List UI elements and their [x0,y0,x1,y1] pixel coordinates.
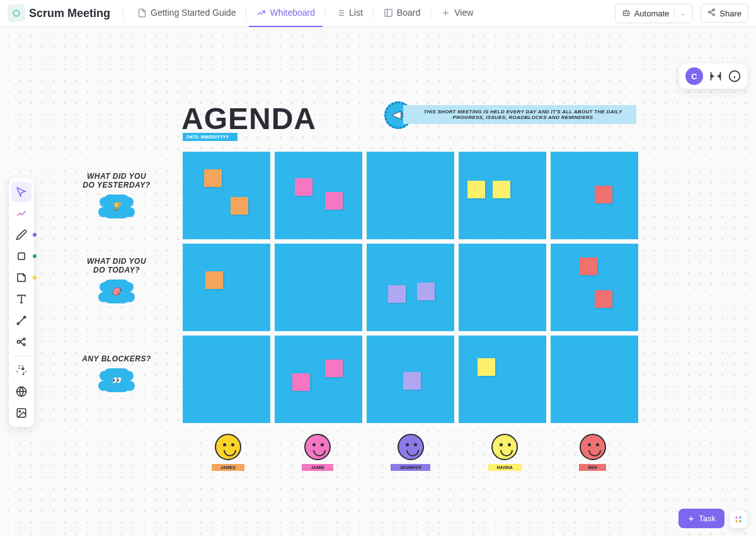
divider [373,7,374,20]
space-icon[interactable] [8,4,25,22]
divider [430,7,431,20]
share-icon [707,8,716,18]
tool-pen[interactable] [11,225,32,245]
sticky-note[interactable] [388,285,406,303]
svg-point-47 [739,516,742,519]
grid-cell[interactable] [183,152,270,239]
new-task-button[interactable]: Task [679,509,724,528]
plus-icon [441,8,450,18]
grid-cell[interactable] [551,244,638,331]
tool-mindmap[interactable] [11,332,32,352]
sticky-note[interactable] [325,192,343,210]
canvas-controls: C [679,64,747,89]
person[interactable]: BEN [579,434,606,471]
task-label: Task [699,514,716,523]
tool-ai[interactable] [11,203,32,223]
sticky-note[interactable] [467,181,485,198]
svg-line-18 [711,13,713,14]
person-name: BEN [579,464,606,471]
svg-point-27 [17,341,20,344]
person-face [304,434,331,460]
grid-cell[interactable] [183,336,270,423]
divider [123,7,123,20]
grid-cell[interactable] [551,152,638,239]
person-face [215,434,241,460]
grid-cell[interactable] [367,152,454,239]
person[interactable]: HANNA [488,434,522,471]
sticky-note[interactable] [231,197,248,215]
grid-cell[interactable] [183,244,270,331]
agenda-date[interactable]: DATE: MM/DD/YYYY [183,133,238,141]
scrum-grid [183,152,638,423]
person-face [491,434,518,460]
share-button[interactable]: Share [701,4,748,23]
tool-web[interactable] [11,382,32,402]
grid-cell[interactable] [367,336,454,423]
automate-button[interactable]: Automate [615,4,694,23]
whiteboard-canvas[interactable]: C AGENDA DATE: MM/DD/YYYY THIS SHORT MEE… [0,27,756,537]
sticky-note[interactable] [403,372,421,390]
agenda-description[interactable]: THIS SHORT MEETING IS HELD EVERY DAY AND… [403,105,636,124]
sticky-note[interactable] [205,271,223,289]
svg-point-16 [709,11,711,13]
tab-board[interactable]: Board [376,0,428,27]
whiteboard-icon [256,8,266,18]
list-icon [336,8,345,18]
grid-cell[interactable] [275,244,362,331]
row-label-today[interactable]: WHAT DID YOU DO TODAY? 🎯 [69,257,164,303]
tool-sticky[interactable] [11,268,32,288]
person[interactable]: JAMES [212,434,244,471]
tab-getting-started[interactable]: Getting Started Guide [130,0,243,27]
tool-image[interactable] [11,403,32,423]
agenda-title[interactable]: AGENDA [181,101,316,136]
tool-magic[interactable] [11,360,32,380]
grid-cell[interactable] [459,336,546,423]
tool-select[interactable] [11,182,32,202]
fit-width-icon[interactable] [709,70,722,82]
sticky-note[interactable] [204,169,222,187]
apps-button[interactable] [730,511,747,528]
grid-cell[interactable] [367,244,454,331]
grid-cell[interactable] [459,244,546,331]
sticky-note[interactable] [595,186,612,203]
sticky-note[interactable] [493,181,510,198]
person[interactable]: JENNIFER [391,434,430,471]
svg-point-0 [13,10,19,16]
automate-label: Automate [634,9,670,18]
row-label-yesterday[interactable]: WHAT DID YOU DO YESTERDAY? 🏆 [69,172,164,218]
svg-point-32 [22,368,24,370]
person-face [580,434,606,460]
grid-cell[interactable] [275,152,362,239]
trophy-icon: 🏆 [103,195,130,218]
tab-list[interactable]: List [328,0,370,27]
tool-shape[interactable] [11,246,32,266]
grid-cell[interactable] [275,336,362,423]
page-title[interactable]: Scrum Meeting [29,7,110,20]
doc-icon [137,8,147,18]
row-label-blockers[interactable]: ANY BLOCKERS? 👀 [69,354,164,392]
avatar[interactable]: C [685,67,703,85]
tab-label: List [349,8,363,18]
sticky-note[interactable] [417,283,435,300]
tool-text[interactable] [11,289,32,309]
grid-cell[interactable] [551,336,638,423]
tool-connector[interactable] [11,310,32,331]
left-toolbar [9,178,34,427]
sticky-note[interactable] [580,257,597,275]
tab-whiteboard[interactable]: Whiteboard [249,0,323,27]
person-name: JENNIFER [391,464,430,471]
grid-cell[interactable] [459,152,546,239]
svg-rect-11 [623,11,629,15]
person[interactable]: JAMIE [302,434,333,471]
sticky-note[interactable] [295,178,312,196]
sticky-note[interactable] [478,358,495,376]
chevron-down-icon[interactable] [680,10,686,16]
divider [325,7,326,20]
sticky-note[interactable] [595,290,612,308]
svg-point-13 [627,13,627,13]
sticky-note[interactable] [292,373,310,391]
people-row: JAMESJAMIEJENNIFERHANNABEN [183,434,635,471]
info-icon[interactable] [728,70,741,82]
sticky-note[interactable] [325,359,343,377]
tab-add-view[interactable]: View [433,0,481,27]
